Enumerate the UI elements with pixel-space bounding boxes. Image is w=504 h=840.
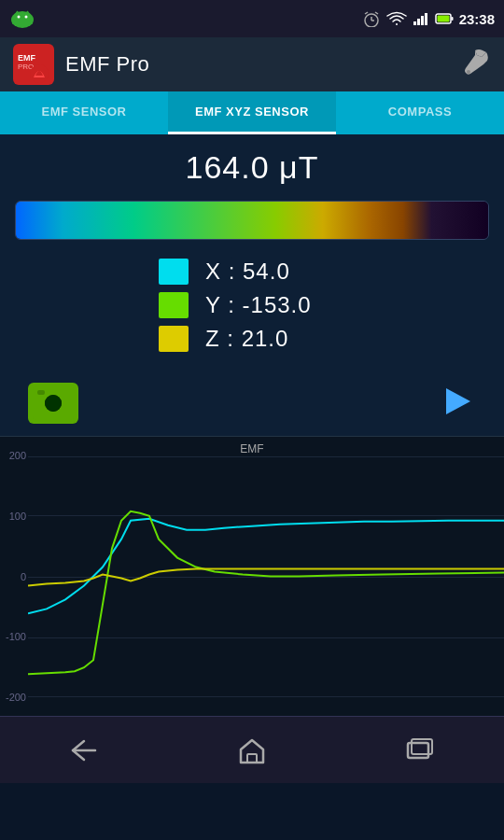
emf-value-display: 164.0 μT: [0, 149, 504, 186]
svg-rect-1: [15, 18, 30, 26]
home-icon: [237, 736, 267, 764]
app-logo-svg: EMF PRO: [13, 44, 54, 85]
status-right: 23:38: [362, 10, 495, 27]
y-label-neg200: -200: [2, 692, 26, 703]
legend-item-x: X : 54.0: [159, 259, 345, 285]
tab-emf-sensor[interactable]: EMF SENSOR: [0, 91, 168, 134]
y-label-200: 200: [2, 450, 26, 461]
main-content: 164.0 μT X : 54.0 Y : -153.0 Z : 21.0: [0, 134, 504, 436]
emf-value: 164.0: [186, 149, 270, 185]
chart-svg: [28, 437, 504, 716]
chart-area: EMF 200 100 0 -100 -200: [0, 436, 504, 716]
svg-point-26: [45, 395, 62, 412]
svg-rect-29: [37, 390, 45, 395]
signal-icon: [413, 11, 429, 26]
tab-compass[interactable]: COMPASS: [336, 91, 504, 134]
y-label-neg100: -100: [2, 631, 26, 642]
app-title: EMF Pro: [65, 52, 149, 77]
tab-bar: EMF SENSOR EMF XYZ SENSOR COMPASS: [0, 91, 504, 134]
title-bar: EMF PRO EMF Pro: [0, 37, 504, 91]
back-icon: [67, 737, 101, 763]
chart-line-y: [28, 511, 504, 674]
home-button[interactable]: [215, 727, 289, 774]
svg-point-3: [25, 16, 28, 19]
wrench-icon-svg: [463, 48, 491, 76]
battery-icon: [435, 12, 454, 25]
status-left: [9, 8, 35, 29]
emf-bar-container: [15, 201, 489, 240]
legend-container: X : 54.0 Y : -153.0 Z : 21.0: [0, 259, 504, 352]
svg-rect-16: [425, 13, 427, 25]
svg-point-28: [55, 399, 58, 402]
legend-item-z: Z : 21.0: [159, 326, 345, 352]
android-icon: [9, 8, 35, 29]
app-logo: EMF PRO: [13, 44, 54, 85]
emf-bar: [16, 202, 488, 239]
title-left: EMF PRO EMF Pro: [13, 44, 149, 85]
legend-label-y: Y : -153.0: [205, 292, 312, 318]
y-label-100: 100: [2, 511, 26, 522]
legend-label-z: Z : 21.0: [205, 326, 288, 352]
svg-rect-18: [451, 17, 453, 21]
camera-icon: [33, 386, 74, 420]
svg-marker-31: [446, 388, 470, 414]
y-label-0: 0: [2, 571, 26, 582]
legend-color-z: [159, 326, 189, 352]
emf-unit: μT: [279, 149, 318, 185]
time-display: 23:38: [459, 11, 495, 27]
legend-item-y: Y : -153.0: [159, 292, 345, 318]
svg-rect-13: [413, 21, 416, 25]
svg-text:EMF: EMF: [18, 53, 36, 63]
svg-rect-7: [30, 19, 33, 24]
back-button[interactable]: [47, 727, 121, 774]
status-bar: 23:38: [0, 0, 504, 37]
screenshot-button[interactable]: [28, 383, 78, 424]
svg-line-11: [365, 12, 368, 14]
svg-rect-6: [12, 19, 15, 24]
svg-point-24: [467, 70, 470, 74]
nav-bar: [0, 716, 504, 783]
recents-button[interactable]: [383, 727, 457, 774]
svg-rect-33: [247, 754, 257, 763]
chart-y-labels: 200 100 0 -100 -200: [0, 437, 28, 716]
action-row: [0, 371, 504, 436]
svg-rect-14: [417, 19, 420, 25]
chart-line-x: [28, 519, 504, 614]
svg-point-27: [49, 399, 58, 408]
play-store-button[interactable]: [439, 383, 476, 424]
settings-button[interactable]: [463, 48, 491, 82]
legend-color-x: [159, 259, 189, 285]
wifi-icon: [386, 11, 407, 26]
recents-icon: [406, 738, 434, 763]
svg-rect-15: [421, 16, 424, 25]
tab-emf-xyz-sensor[interactable]: EMF XYZ SENSOR: [168, 91, 336, 134]
svg-point-2: [18, 16, 21, 19]
alarm-icon: [362, 10, 381, 27]
svg-line-12: [375, 12, 378, 14]
play-store-icon: [439, 383, 476, 420]
legend-label-x: X : 54.0: [205, 259, 290, 285]
legend-color-y: [159, 292, 189, 318]
svg-rect-19: [437, 16, 449, 22]
